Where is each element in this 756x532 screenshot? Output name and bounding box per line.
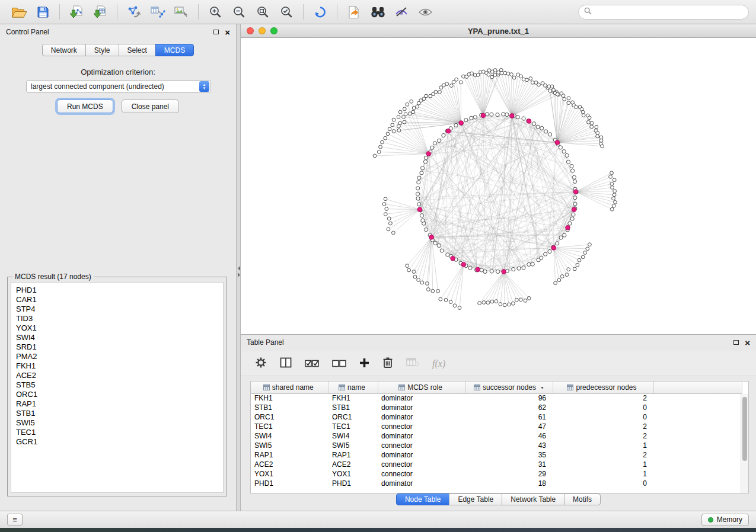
- network-node[interactable]: [446, 253, 449, 257]
- table-row[interactable]: FKH1FKH1dominator962: [251, 393, 742, 403]
- network-node[interactable]: [567, 97, 570, 100]
- network-node[interactable]: [433, 241, 437, 245]
- network-node[interactable]: [403, 107, 406, 111]
- network-node[interactable]: [567, 101, 570, 105]
- network-node[interactable]: [478, 302, 481, 305]
- network-node[interactable]: [431, 289, 435, 293]
- network-node[interactable]: [565, 273, 569, 277]
- mcds-result-item[interactable]: STP4: [16, 305, 223, 314]
- network-node[interactable]: [547, 85, 551, 88]
- network-node[interactable]: [573, 180, 577, 183]
- share-document-button[interactable]: [343, 2, 365, 21]
- network-node[interactable]: [529, 77, 532, 81]
- network-hub-node[interactable]: [573, 190, 578, 194]
- table-row[interactable]: ACE2ACE2connector311: [251, 460, 742, 469]
- table-scrollbar[interactable]: [741, 394, 748, 493]
- network-node[interactable]: [610, 182, 614, 186]
- network-node[interactable]: [612, 204, 615, 208]
- tab-network[interactable]: Network: [42, 44, 86, 56]
- network-node[interactable]: [527, 262, 531, 266]
- network-node[interactable]: [610, 207, 614, 211]
- column-header-shared-name[interactable]: shared name: [251, 382, 328, 393]
- optimization-criterion-dropdown[interactable]: largest connected component (undirected)…: [26, 80, 211, 93]
- mcds-result-item[interactable]: YOX1: [16, 323, 223, 333]
- network-node[interactable]: [497, 71, 500, 75]
- table-row[interactable]: RAP1RAP1dominator352: [251, 450, 742, 460]
- network-node[interactable]: [406, 102, 409, 106]
- network-node[interactable]: [611, 186, 614, 190]
- search-box[interactable]: [578, 5, 749, 20]
- mcds-result-item[interactable]: TID3: [16, 314, 223, 323]
- tab-style[interactable]: Style: [85, 44, 119, 56]
- close-panel-button[interactable]: Close panel: [122, 100, 179, 113]
- network-node[interactable]: [417, 203, 421, 206]
- network-node[interactable]: [540, 126, 544, 130]
- delete-column-button[interactable]: [382, 357, 393, 370]
- network-node[interactable]: [496, 113, 499, 117]
- tab-edge-table[interactable]: Edge Table: [449, 493, 502, 505]
- tab-motifs[interactable]: Motifs: [564, 493, 601, 505]
- network-node[interactable]: [459, 81, 462, 84]
- network-node[interactable]: [590, 121, 594, 125]
- mcds-result-item[interactable]: TEC1: [16, 428, 223, 437]
- network-node[interactable]: [548, 133, 552, 136]
- memory-button[interactable]: Memory: [701, 514, 749, 526]
- mcds-result-item[interactable]: ORC1: [16, 390, 223, 399]
- mcds-result-item[interactable]: SWI5: [16, 418, 223, 428]
- network-node[interactable]: [571, 169, 575, 172]
- network-node[interactable]: [517, 267, 521, 270]
- network-node[interactable]: [581, 255, 585, 259]
- network-node[interactable]: [420, 171, 423, 175]
- float-table-panel-icon[interactable]: [733, 340, 739, 345]
- table-settings-button[interactable]: [255, 357, 267, 370]
- network-node[interactable]: [398, 121, 402, 125]
- network-node[interactable]: [496, 270, 500, 273]
- column-header-successor-nodes[interactable]: successor nodes▼: [465, 382, 553, 393]
- network-node[interactable]: [544, 130, 548, 133]
- network-node[interactable]: [519, 75, 523, 78]
- network-node[interactable]: [449, 300, 452, 304]
- network-hub-node[interactable]: [555, 140, 560, 145]
- network-node[interactable]: [588, 243, 592, 246]
- network-node[interactable]: [599, 139, 603, 142]
- network-node[interactable]: [416, 192, 419, 196]
- network-node[interactable]: [613, 190, 617, 193]
- splitter-collapse-handle[interactable]: [237, 266, 241, 277]
- table-row[interactable]: YOX1YOX1connector291: [251, 469, 742, 479]
- network-node[interactable]: [445, 82, 449, 86]
- network-hub-node[interactable]: [451, 257, 455, 261]
- network-node[interactable]: [559, 146, 562, 149]
- network-node[interactable]: [444, 298, 448, 302]
- network-node[interactable]: [493, 73, 497, 77]
- network-node[interactable]: [493, 69, 497, 72]
- column-header-name[interactable]: name: [328, 382, 378, 393]
- network-node[interactable]: [573, 196, 577, 200]
- network-hub-node[interactable]: [551, 246, 556, 251]
- network-node[interactable]: [586, 247, 589, 251]
- network-node[interactable]: [410, 100, 413, 103]
- network-node[interactable]: [559, 236, 563, 239]
- network-node[interactable]: [506, 72, 510, 75]
- network-node[interactable]: [440, 249, 444, 252]
- network-node[interactable]: [413, 275, 417, 278]
- mcds-result-item[interactable]: ACE2: [16, 371, 223, 380]
- network-node[interactable]: [416, 105, 419, 108]
- network-from-table-button[interactable]: [147, 2, 168, 21]
- network-node[interactable]: [609, 175, 613, 179]
- mcds-result-item[interactable]: SRD1: [16, 342, 223, 352]
- network-node[interactable]: [455, 78, 458, 81]
- network-node[interactable]: [439, 297, 442, 301]
- network-node[interactable]: [570, 217, 574, 220]
- network-node[interactable]: [572, 175, 576, 179]
- run-mcds-button[interactable]: Run MCDS: [57, 100, 113, 113]
- network-node[interactable]: [406, 264, 409, 268]
- network-node[interactable]: [567, 268, 570, 271]
- network-node[interactable]: [511, 302, 515, 305]
- network-node[interactable]: [398, 110, 402, 114]
- network-node[interactable]: [502, 113, 505, 116]
- network-node[interactable]: [610, 171, 614, 175]
- network-node[interactable]: [438, 139, 441, 142]
- network-node[interactable]: [458, 306, 461, 310]
- mcds-result-item[interactable]: FKH1: [16, 361, 223, 371]
- network-node[interactable]: [407, 268, 411, 272]
